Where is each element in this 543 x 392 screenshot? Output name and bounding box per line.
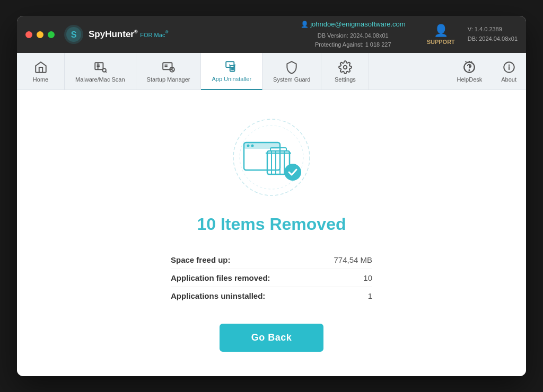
svg-point-31 [251, 144, 254, 147]
user-email: johndoe@enigmasoftware.com [310, 20, 405, 28]
nav-item-system-guard[interactable]: System Guard [262, 53, 321, 90]
stat-label-files: Application files removed: [171, 273, 270, 282]
close-button[interactable] [25, 31, 32, 38]
svg-point-5 [102, 68, 106, 72]
svg-text:S: S [71, 30, 77, 39]
nav-item-startup-manager[interactable]: Startup Manager [136, 53, 202, 90]
svg-rect-38 [270, 148, 286, 151]
stat-label-apps: Applications uninstalled: [171, 291, 265, 300]
window-controls [25, 31, 55, 38]
uninstaller-icon [225, 60, 239, 74]
support-label: SUPPORT [427, 39, 455, 45]
stat-label-space: Space freed up: [171, 255, 231, 264]
startup-icon [162, 60, 176, 74]
info-icon [502, 60, 516, 74]
minimize-button[interactable] [37, 31, 43, 38]
logo-icon: S [63, 24, 84, 45]
svg-point-39 [284, 164, 301, 181]
home-icon [34, 60, 48, 74]
header-info: 👤 johndoe@enigmasoftware.com DB Version:… [301, 19, 406, 50]
svg-line-6 [106, 72, 107, 73]
stat-row-space: Space freed up: 774,54 MB [171, 251, 372, 269]
nav-uninstaller-label: App Uninstaller [212, 76, 251, 82]
stat-value-apps: 1 [368, 291, 372, 300]
gear-icon [338, 60, 352, 74]
maximize-button[interactable] [48, 31, 55, 38]
svg-rect-9 [163, 63, 172, 69]
nav-about-label: About [501, 76, 516, 83]
logo-text: SpyHunter® FOR Mac® [89, 30, 168, 40]
nav-helpdesk-label: HelpDesk [457, 76, 483, 83]
nav-bar: Home Malware/Mac Scan Startup M [17, 53, 526, 90]
stat-value-files: 10 [363, 273, 372, 282]
db-info: DB: 2024.04.08x01 [468, 34, 518, 44]
support-icon: 👤 [434, 24, 448, 38]
nav-item-helpdesk[interactable]: HelpDesk [448, 53, 492, 90]
version-info: V: 1.4.0.2389 DB: 2024.04.08x01 [468, 25, 518, 43]
logo-area: S SpyHunter® FOR Mac® [63, 24, 168, 45]
stat-value-space: 774,54 MB [334, 255, 372, 264]
main-content: 10 Items Removed Space freed up: 774,54 … [17, 90, 526, 376]
support-area[interactable]: 👤 SUPPORT [427, 24, 455, 45]
nav-guard-label: System Guard [273, 76, 310, 83]
stat-row-files: Application files removed: 10 [171, 269, 372, 287]
version-number: V: 1.4.0.2389 [468, 25, 518, 34]
result-icon [229, 115, 314, 200]
nav-home-label: Home [33, 76, 48, 83]
nav-startup-label: Startup Manager [147, 76, 190, 83]
helpdesk-icon [462, 60, 476, 74]
shield-icon [285, 60, 299, 74]
nav-scan-label: Malware/Mac Scan [75, 76, 125, 83]
result-title: 10 Items Removed [197, 215, 346, 234]
svg-point-30 [247, 144, 250, 147]
nav-item-app-uninstaller[interactable]: App Uninstaller [201, 53, 262, 90]
protecting-label: Protecting Against: 1 018 227 [301, 40, 406, 50]
stat-row-apps: Applications uninstalled: 1 [171, 287, 372, 305]
app-window: S SpyHunter® FOR Mac® 👤 johndoe@enigmaso… [17, 16, 526, 376]
stats-table: Space freed up: 774,54 MB Application fi… [171, 251, 372, 305]
nav-item-settings[interactable]: Settings [321, 53, 369, 90]
title-bar: S SpyHunter® FOR Mac® 👤 johndoe@enigmaso… [17, 16, 526, 53]
nav-item-about[interactable]: About [492, 53, 526, 90]
go-back-button[interactable]: Go Back [220, 324, 324, 352]
svg-rect-3 [95, 63, 103, 69]
nav-settings-label: Settings [335, 76, 356, 83]
scan-icon [93, 60, 107, 74]
nav-item-malware-scan[interactable]: Malware/Mac Scan [65, 53, 136, 90]
db-version: DB Version: 2024.04.08x01 [301, 31, 406, 41]
svg-point-18 [344, 65, 347, 69]
nav-item-home[interactable]: Home [17, 53, 65, 90]
